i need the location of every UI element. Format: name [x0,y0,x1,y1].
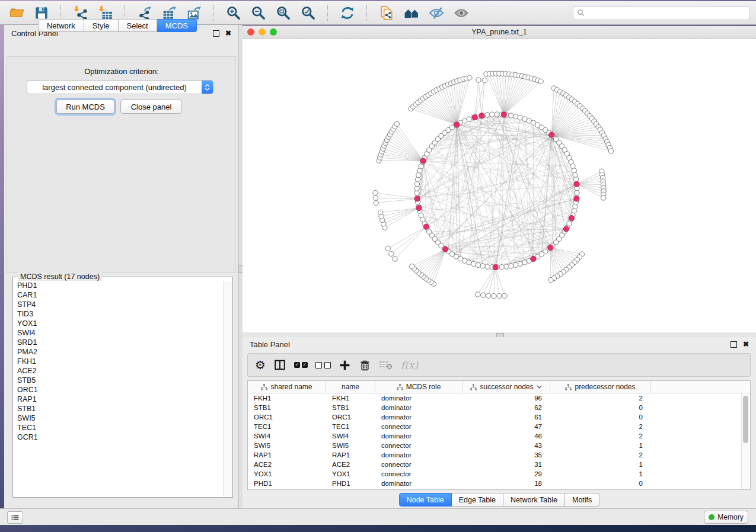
network-node[interactable] [499,265,504,270]
table-settings-button[interactable]: ⚙ [255,356,266,374]
show-all-button[interactable] [451,4,472,23]
hide-selected-button[interactable] [426,4,447,23]
network-node[interactable] [476,292,480,297]
network-node[interactable] [481,293,486,297]
zoom-fit-button[interactable] [273,4,294,23]
network-node[interactable] [378,210,383,214]
tab-motifs[interactable]: Motifs [565,493,599,507]
tab-node-table[interactable]: Node Table [399,493,452,507]
tab-select[interactable]: Select [119,19,157,32]
run-mcds-button[interactable]: Run MCDS [56,100,114,114]
mcds-hub-node[interactable] [423,224,429,229]
network-node[interactable] [385,246,390,251]
function-builder-button[interactable]: f(x) [401,356,418,374]
scrollbar-thumb[interactable] [743,396,748,443]
column-header-shared-name[interactable]: shared name [248,381,326,393]
mcds-hub-node[interactable] [414,196,420,201]
column-header-name[interactable]: name [326,381,375,393]
column-header-MCDS-role[interactable]: MCDS role [375,381,462,393]
mcds-result-item[interactable]: STB1 [17,404,224,414]
mcds-hub-node[interactable] [472,114,477,120]
network-node[interactable] [374,200,378,205]
network-node[interactable] [513,262,518,267]
network-node[interactable] [513,114,518,118]
zoom-selected-button[interactable] [298,4,319,23]
network-node[interactable] [389,251,394,256]
column-header-successor-nodes[interactable]: successor nodes [462,381,550,393]
network-node[interactable] [538,79,543,84]
mcds-hub-node[interactable] [501,112,506,117]
network-node[interactable] [485,264,490,269]
network-node[interactable] [504,264,509,269]
mcds-hub-node[interactable] [548,245,553,250]
mcds-hub-node[interactable] [420,158,426,164]
network-node[interactable] [495,112,499,117]
network-node[interactable] [486,293,491,298]
network-node[interactable] [414,186,419,191]
table-row[interactable]: SWI4SWI4dominator462 [248,431,750,441]
mcds-hub-node[interactable] [549,132,554,137]
mcds-result-item[interactable]: GCR1 [17,432,224,442]
network-node[interactable] [509,264,513,268]
table-row[interactable]: RAP1RAP1dominator352 [248,450,750,460]
table-row[interactable]: TEC1TEC1connector472 [248,422,750,431]
column-header-predecessor-nodes[interactable]: predecessor nodes [550,381,651,393]
network-node[interactable] [601,196,605,200]
close-panel-button[interactable]: Close panel [120,100,182,114]
duplicate-network-button[interactable] [376,4,397,23]
network-node[interactable] [548,277,553,282]
tab-mcds[interactable]: MCDS [157,19,197,32]
network-node[interactable] [394,121,399,126]
mcds-hub-node[interactable] [454,122,460,127]
network-node[interactable] [575,191,579,196]
table-row[interactable]: ORC1ORC1dominator610 [248,412,750,422]
mcds-hub-node[interactable] [479,113,484,118]
mcds-hub-node[interactable] [569,216,574,221]
mcds-result-item[interactable]: YOX1 [17,319,224,328]
memory-button[interactable]: Memory [704,511,748,524]
network-node[interactable] [373,196,378,200]
tab-edge-table[interactable]: Edge Table [452,493,503,507]
mcds-result-item[interactable]: CAR1 [17,290,224,300]
network-node[interactable] [476,262,480,267]
network-node[interactable] [485,113,490,117]
mcds-result-item[interactable]: PHD1 [17,281,224,290]
mcds-result-item[interactable]: SWI5 [17,414,224,423]
search-input[interactable] [587,8,746,18]
network-node[interactable] [373,190,378,195]
mcds-hub-node[interactable] [493,264,498,270]
network-node[interactable] [476,78,481,82]
delete-column-button[interactable] [359,356,371,374]
mcds-result-item[interactable]: STP4 [17,300,224,309]
network-graph-canvas[interactable] [243,39,755,332]
mcds-hub-node[interactable] [563,226,569,232]
show-columns-button[interactable] [273,356,286,374]
table-row[interactable]: STB1STB1dominator620 [248,403,750,412]
mcds-result-item[interactable]: TEC1 [17,423,224,432]
network-node[interactable] [480,264,485,268]
network-node[interactable] [502,293,507,298]
close-panel-icon[interactable]: ✖ [743,341,749,348]
network-node[interactable] [415,177,420,182]
network-node[interactable] [482,78,487,83]
status-list-button[interactable] [7,511,23,524]
mcds-result-item[interactable]: ACE2 [17,366,224,376]
tab-network[interactable]: Network [38,19,84,32]
table-row[interactable]: PHD1PHD1dominator180 [248,479,750,488]
criterion-dropdown[interactable]: largest connected component (undirected) [27,80,213,94]
network-node[interactable] [518,261,522,266]
mcds-hub-node[interactable] [574,196,579,201]
mcds-result-item[interactable]: STB5 [17,376,224,385]
zoom-out-button[interactable] [248,4,269,23]
mcds-result-item[interactable]: SRD1 [17,338,224,347]
float-panel-icon[interactable] [731,341,737,348]
mcds-hub-node[interactable] [574,181,579,187]
network-node[interactable] [393,257,397,261]
network-node[interactable] [410,264,414,269]
network-node[interactable] [467,75,472,80]
network-node[interactable] [497,294,502,299]
refresh-view-button[interactable] [337,4,358,23]
table-row[interactable]: SWI5SWI5connector431 [248,441,750,450]
mcds-hub-node[interactable] [416,205,422,210]
mcds-result-item[interactable]: SWI4 [17,328,224,338]
